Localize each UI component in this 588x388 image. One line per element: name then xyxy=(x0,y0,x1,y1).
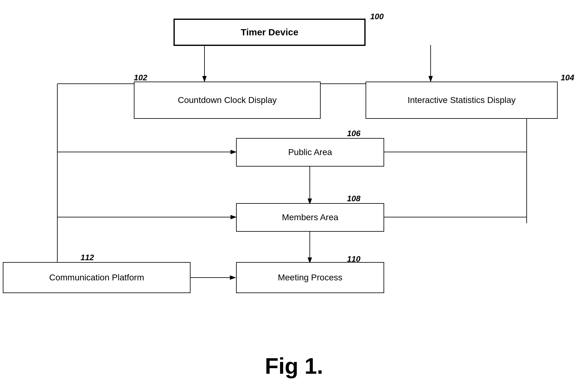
communication-platform-label: Communication Platform xyxy=(49,273,144,283)
meeting-process-ref: 110 xyxy=(347,254,360,264)
communication-platform-ref: 112 xyxy=(81,253,94,262)
countdown-clock-label: Countdown Clock Display xyxy=(178,95,277,105)
countdown-clock-ref: 102 xyxy=(134,73,147,83)
public-area-ref: 106 xyxy=(347,129,360,138)
timer-device-box: Timer Device xyxy=(173,19,366,46)
timer-device-label: Timer Device xyxy=(241,27,298,38)
meeting-process-box: Meeting Process xyxy=(236,262,384,293)
countdown-clock-box: Countdown Clock Display xyxy=(134,82,321,119)
interactive-stats-box: Interactive Statistics Display xyxy=(366,82,558,119)
figure-caption: Fig 1. xyxy=(0,353,588,379)
public-area-label: Public Area xyxy=(288,147,332,157)
public-area-box: Public Area xyxy=(236,138,384,167)
meeting-process-label: Meeting Process xyxy=(278,273,343,283)
communication-platform-box: Communication Platform xyxy=(3,262,191,293)
members-area-label: Members Area xyxy=(282,212,338,222)
members-area-ref: 108 xyxy=(347,194,360,203)
timer-device-ref: 100 xyxy=(370,12,384,21)
interactive-stats-label: Interactive Statistics Display xyxy=(408,95,516,105)
diagram-container: Timer Device 100 Countdown Clock Display… xyxy=(0,0,588,310)
members-area-box: Members Area xyxy=(236,203,384,232)
interactive-stats-ref: 104 xyxy=(561,73,574,83)
